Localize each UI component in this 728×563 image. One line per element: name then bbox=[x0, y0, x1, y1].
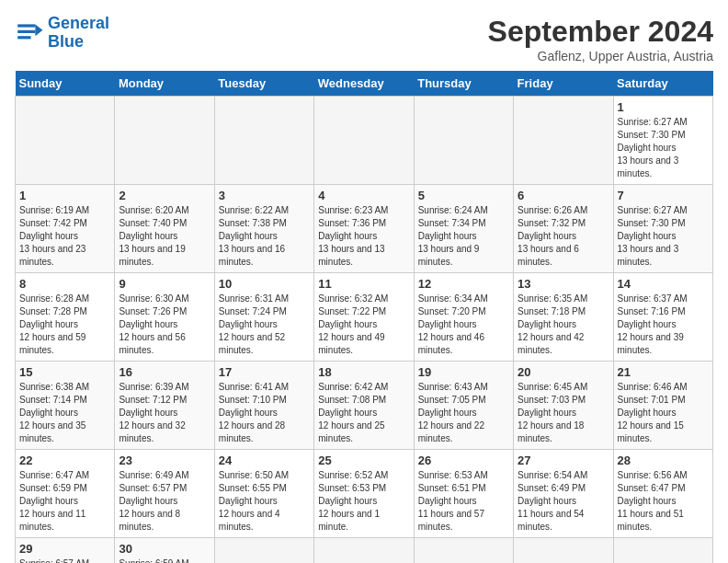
day-info: Sunrise: 6:41 AMSunset: 7:10 PMDaylight … bbox=[219, 381, 310, 445]
day-number: 29 bbox=[19, 542, 110, 556]
week-row-2: 8Sunrise: 6:28 AMSunset: 7:28 PMDaylight… bbox=[16, 273, 713, 362]
day-info: Sunrise: 6:27 AMSunset: 7:30 PMDaylight … bbox=[618, 116, 709, 180]
empty-cell bbox=[16, 97, 115, 185]
day-info: Sunrise: 6:28 AMSunset: 7:28 PMDaylight … bbox=[19, 293, 110, 357]
svg-rect-2 bbox=[17, 24, 35, 27]
day-number: 27 bbox=[518, 454, 609, 467]
day-cell-2: 2Sunrise: 6:20 AMSunset: 7:40 PMDaylight… bbox=[115, 185, 214, 273]
day-number: 5 bbox=[418, 189, 509, 202]
logo: GeneralBlue bbox=[15, 15, 109, 52]
day-number: 1 bbox=[19, 189, 110, 202]
logo-text: GeneralBlue bbox=[48, 15, 109, 52]
day-cell-17: 17Sunrise: 6:41 AMSunset: 7:10 PMDayligh… bbox=[214, 362, 313, 450]
day-cell-23: 23Sunrise: 6:49 AMSunset: 6:57 PMDayligh… bbox=[115, 450, 214, 538]
page-header: GeneralBlue September 2024 Gaflenz, Uppe… bbox=[15, 15, 713, 63]
day-cell-26: 26Sunrise: 6:53 AMSunset: 6:51 PMDayligh… bbox=[414, 450, 513, 538]
empty-cell bbox=[613, 538, 712, 564]
day-cell-16: 16Sunrise: 6:39 AMSunset: 7:12 PMDayligh… bbox=[115, 362, 214, 450]
day-info: Sunrise: 6:50 AMSunset: 6:55 PMDaylight … bbox=[219, 469, 310, 534]
day-number: 16 bbox=[119, 365, 210, 379]
day-cell-1: 1Sunrise: 6:27 AMSunset: 7:30 PMDaylight… bbox=[613, 97, 712, 185]
day-number: 30 bbox=[119, 542, 210, 556]
day-number: 4 bbox=[318, 189, 409, 202]
logo-icon bbox=[15, 18, 44, 48]
empty-cell bbox=[115, 97, 214, 185]
empty-cell bbox=[514, 538, 613, 564]
week-row-4: 22Sunrise: 6:47 AMSunset: 6:59 PMDayligh… bbox=[16, 450, 713, 538]
day-cell-19: 19Sunrise: 6:43 AMSunset: 7:05 PMDayligh… bbox=[414, 362, 513, 450]
day-info: Sunrise: 6:34 AMSunset: 7:20 PMDaylight … bbox=[418, 293, 509, 357]
day-number: 15 bbox=[19, 365, 110, 379]
day-cell-21: 21Sunrise: 6:46 AMSunset: 7:01 PMDayligh… bbox=[613, 362, 712, 450]
day-cell-27: 27Sunrise: 6:54 AMSunset: 6:49 PMDayligh… bbox=[514, 450, 613, 538]
day-number: 10 bbox=[219, 277, 310, 291]
week-row-1: 1Sunrise: 6:19 AMSunset: 7:42 PMDaylight… bbox=[16, 185, 713, 273]
day-info: Sunrise: 6:56 AMSunset: 6:47 PMDaylight … bbox=[618, 469, 709, 534]
col-header-monday: Monday bbox=[115, 71, 214, 97]
day-info: Sunrise: 6:53 AMSunset: 6:51 PMDaylight … bbox=[418, 469, 509, 534]
day-number: 20 bbox=[518, 365, 609, 379]
day-number: 12 bbox=[418, 277, 509, 291]
day-cell-22: 22Sunrise: 6:47 AMSunset: 6:59 PMDayligh… bbox=[16, 450, 115, 538]
day-number: 28 bbox=[618, 454, 709, 467]
day-cell-13: 13Sunrise: 6:35 AMSunset: 7:18 PMDayligh… bbox=[514, 273, 613, 362]
empty-cell bbox=[414, 538, 513, 564]
day-number: 21 bbox=[618, 365, 709, 379]
day-number: 23 bbox=[119, 454, 210, 467]
day-cell-25: 25Sunrise: 6:52 AMSunset: 6:53 PMDayligh… bbox=[314, 450, 414, 538]
day-cell-7: 7Sunrise: 6:27 AMSunset: 7:30 PMDaylight… bbox=[613, 185, 712, 273]
day-number: 17 bbox=[219, 365, 310, 379]
svg-rect-3 bbox=[17, 30, 35, 33]
day-cell-8: 8Sunrise: 6:28 AMSunset: 7:28 PMDaylight… bbox=[16, 273, 115, 362]
day-number: 1 bbox=[618, 100, 709, 114]
day-info: Sunrise: 6:47 AMSunset: 6:59 PMDaylight … bbox=[19, 469, 110, 534]
week-row-0: 1Sunrise: 6:27 AMSunset: 7:30 PMDaylight… bbox=[16, 97, 713, 185]
day-cell-12: 12Sunrise: 6:34 AMSunset: 7:20 PMDayligh… bbox=[414, 273, 513, 362]
day-cell-20: 20Sunrise: 6:45 AMSunset: 7:03 PMDayligh… bbox=[514, 362, 613, 450]
day-cell-1: 1Sunrise: 6:19 AMSunset: 7:42 PMDaylight… bbox=[16, 185, 115, 273]
day-cell-6: 6Sunrise: 6:26 AMSunset: 7:32 PMDaylight… bbox=[514, 185, 613, 273]
day-number: 2 bbox=[119, 189, 210, 202]
day-info: Sunrise: 6:46 AMSunset: 7:01 PMDaylight … bbox=[618, 381, 709, 445]
empty-cell bbox=[414, 97, 513, 185]
day-info: Sunrise: 6:23 AMSunset: 7:36 PMDaylight … bbox=[318, 204, 409, 269]
day-number: 13 bbox=[518, 277, 609, 291]
empty-cell bbox=[214, 97, 313, 185]
day-cell-24: 24Sunrise: 6:50 AMSunset: 6:55 PMDayligh… bbox=[214, 450, 313, 538]
day-number: 14 bbox=[618, 277, 709, 291]
col-header-sunday: Sunday bbox=[16, 71, 115, 97]
svg-rect-4 bbox=[17, 36, 30, 39]
day-cell-30: 30Sunrise: 6:59 AMSunset: 6:43 PMDayligh… bbox=[115, 538, 214, 564]
day-number: 26 bbox=[418, 454, 509, 467]
title-block: September 2024 Gaflenz, Upper Austria, A… bbox=[488, 15, 713, 63]
day-number: 25 bbox=[318, 454, 409, 467]
day-info: Sunrise: 6:57 AMSunset: 6:45 PMDaylight … bbox=[19, 557, 110, 563]
day-info: Sunrise: 6:30 AMSunset: 7:26 PMDaylight … bbox=[119, 293, 210, 357]
day-info: Sunrise: 6:24 AMSunset: 7:34 PMDaylight … bbox=[418, 204, 509, 269]
day-info: Sunrise: 6:49 AMSunset: 6:57 PMDaylight … bbox=[119, 469, 210, 534]
week-row-5: 29Sunrise: 6:57 AMSunset: 6:45 PMDayligh… bbox=[16, 538, 713, 564]
day-cell-14: 14Sunrise: 6:37 AMSunset: 7:16 PMDayligh… bbox=[613, 273, 712, 362]
day-info: Sunrise: 6:52 AMSunset: 6:53 PMDaylight … bbox=[318, 469, 409, 534]
day-number: 6 bbox=[518, 189, 609, 202]
week-row-3: 15Sunrise: 6:38 AMSunset: 7:14 PMDayligh… bbox=[16, 362, 713, 450]
empty-cell bbox=[314, 97, 414, 185]
day-cell-28: 28Sunrise: 6:56 AMSunset: 6:47 PMDayligh… bbox=[613, 450, 712, 538]
day-cell-18: 18Sunrise: 6:42 AMSunset: 7:08 PMDayligh… bbox=[314, 362, 414, 450]
day-info: Sunrise: 6:43 AMSunset: 7:05 PMDaylight … bbox=[418, 381, 509, 445]
day-info: Sunrise: 6:32 AMSunset: 7:22 PMDaylight … bbox=[318, 293, 409, 357]
day-info: Sunrise: 6:26 AMSunset: 7:32 PMDaylight … bbox=[518, 204, 609, 269]
day-number: 24 bbox=[219, 454, 310, 467]
day-info: Sunrise: 6:38 AMSunset: 7:14 PMDaylight … bbox=[19, 381, 110, 445]
day-cell-29: 29Sunrise: 6:57 AMSunset: 6:45 PMDayligh… bbox=[16, 538, 115, 564]
col-header-friday: Friday bbox=[514, 71, 613, 97]
col-header-wednesday: Wednesday bbox=[314, 71, 414, 97]
day-info: Sunrise: 6:35 AMSunset: 7:18 PMDaylight … bbox=[518, 293, 609, 357]
day-cell-9: 9Sunrise: 6:30 AMSunset: 7:26 PMDaylight… bbox=[115, 273, 214, 362]
day-info: Sunrise: 6:42 AMSunset: 7:08 PMDaylight … bbox=[318, 381, 409, 445]
day-info: Sunrise: 6:37 AMSunset: 7:16 PMDaylight … bbox=[618, 293, 709, 357]
day-number: 8 bbox=[19, 277, 110, 291]
location-title: Gaflenz, Upper Austria, Austria bbox=[488, 49, 713, 63]
day-number: 3 bbox=[219, 189, 310, 202]
day-cell-10: 10Sunrise: 6:31 AMSunset: 7:24 PMDayligh… bbox=[214, 273, 313, 362]
